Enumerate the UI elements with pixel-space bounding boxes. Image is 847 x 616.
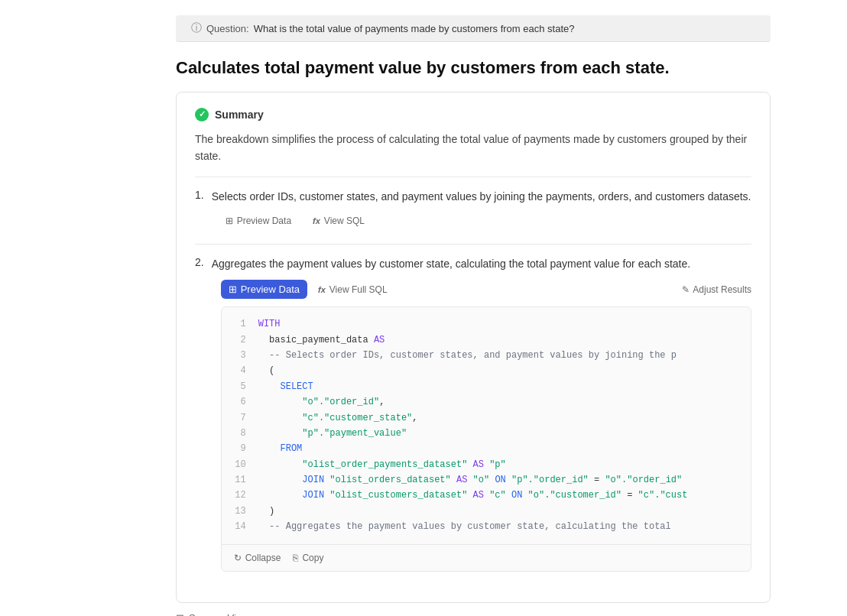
step2-sql-label: View Full SQL bbox=[329, 284, 388, 295]
page-wrapper: ⓘ Question: What is the total value of p… bbox=[0, 0, 847, 616]
question-bar: ⓘ Question: What is the total value of p… bbox=[176, 15, 771, 42]
adjust-label: Adjust Results bbox=[693, 284, 751, 295]
code-line-12: 12 JOIN "olist_customers_dataset" AS "c"… bbox=[234, 488, 738, 503]
step-2-content: Aggregates the payment values by custome… bbox=[209, 255, 751, 572]
main-content: Calculates total payment value by custom… bbox=[176, 42, 771, 616]
code-line-10: 10 "olist_order_payments_dataset" AS "p" bbox=[234, 457, 738, 472]
code-line-1: 1 WITH bbox=[234, 316, 738, 332]
step2-view-sql-button[interactable]: fx View Full SQL bbox=[313, 280, 392, 299]
step-2-item: Aggregates the payment values by custome… bbox=[195, 255, 751, 572]
fx-icon-1: fx bbox=[313, 216, 320, 225]
step-1-actions: ⊞ Preview Data fx View SQL bbox=[221, 213, 751, 229]
save-view-label: Save as View bbox=[189, 612, 249, 616]
code-line-2: 2 basic_payment_data AS bbox=[234, 332, 738, 348]
code-block: 1 WITH 2 basic_payment_data AS bbox=[221, 306, 751, 571]
code-line-5: 5 SELECT bbox=[234, 379, 738, 394]
step-2-text: Aggregates the payment values by custome… bbox=[212, 258, 690, 270]
copy-icon: ⎘ bbox=[293, 553, 298, 563]
summary-label: Summary bbox=[215, 109, 264, 121]
step2-preview-data-button[interactable]: ⊞ Preview Data bbox=[221, 280, 307, 299]
pencil-icon: ✎ bbox=[682, 284, 690, 295]
step-2-actions: ⊞ Preview Data fx View Full SQL bbox=[221, 280, 751, 299]
page-title: Calculates total payment value by custom… bbox=[176, 57, 771, 79]
code-line-6: 6 "o"."order_id", bbox=[234, 394, 738, 410]
code-line-3: 3 -- Selects order IDs, customer states,… bbox=[234, 348, 738, 363]
step-1-content: Selects order IDs, customer states, and … bbox=[209, 188, 751, 228]
question-label: Question: bbox=[206, 23, 249, 34]
step1-preview-label: Preview Data bbox=[237, 216, 291, 226]
code-content: 1 WITH 2 basic_payment_data AS bbox=[222, 307, 751, 543]
step1-preview-data-button[interactable]: ⊞ Preview Data bbox=[221, 213, 296, 229]
step-1-item: Selects order IDs, customer states, and … bbox=[195, 188, 751, 228]
code-line-8: 8 "p"."payment_value" bbox=[234, 426, 738, 441]
summary-card: Summary The breakdown simplifies the pro… bbox=[176, 92, 771, 603]
code-line-14: 14 -- Aggregates the payment values by c… bbox=[234, 519, 738, 534]
summary-text: The breakdown simplifies the process of … bbox=[195, 131, 751, 165]
code-footer: ↻ Collapse ⎘ Copy bbox=[222, 544, 751, 571]
fx-icon-2: fx bbox=[318, 285, 326, 294]
question-text: What is the total value of payments made… bbox=[254, 23, 575, 34]
step-1-text: Selects order IDs, customer states, and … bbox=[212, 190, 751, 203]
code-line-13: 13 ) bbox=[234, 504, 738, 519]
collapse-button[interactable]: ↻ Collapse bbox=[234, 553, 281, 563]
divider-2 bbox=[195, 244, 751, 245]
summary-header: Summary bbox=[195, 108, 751, 122]
grid-icon-1: ⊞ bbox=[226, 216, 233, 226]
step1-sql-label: View SQL bbox=[324, 216, 365, 226]
grid-icon-2: ⊞ bbox=[229, 284, 237, 295]
check-icon bbox=[195, 108, 209, 122]
code-line-9: 9 FROM bbox=[234, 441, 738, 456]
copy-button[interactable]: ⎘ Copy bbox=[293, 553, 323, 563]
step-1: Selects order IDs, customer states, and … bbox=[195, 188, 751, 228]
collapse-label: Collapse bbox=[245, 553, 281, 563]
step-list: Selects order IDs, customer states, and … bbox=[195, 188, 751, 228]
code-line-4: 4 ( bbox=[234, 363, 738, 378]
divider-1 bbox=[195, 177, 751, 177]
step1-view-sql-button[interactable]: fx View SQL bbox=[308, 213, 369, 229]
code-line-11: 11 JOIN "olist_orders_dataset" AS "o" ON… bbox=[234, 472, 738, 488]
step-2-left-actions: ⊞ Preview Data fx View Full SQL bbox=[221, 280, 392, 299]
question-icon: ⓘ bbox=[191, 21, 202, 35]
copy-label: Copy bbox=[302, 553, 323, 563]
code-line-7: 7 "c"."customer_state", bbox=[234, 410, 738, 426]
save-view-icon: ⊡ bbox=[176, 612, 184, 616]
save-view-row[interactable]: ⊡ Save as View bbox=[176, 612, 771, 616]
step-2: Aggregates the payment values by custome… bbox=[195, 255, 751, 572]
step2-preview-label: Preview Data bbox=[241, 284, 300, 295]
step-2-list: Aggregates the payment values by custome… bbox=[195, 255, 751, 572]
collapse-icon: ↻ bbox=[234, 553, 242, 563]
adjust-results-button[interactable]: ✎ Adjust Results bbox=[682, 284, 751, 295]
